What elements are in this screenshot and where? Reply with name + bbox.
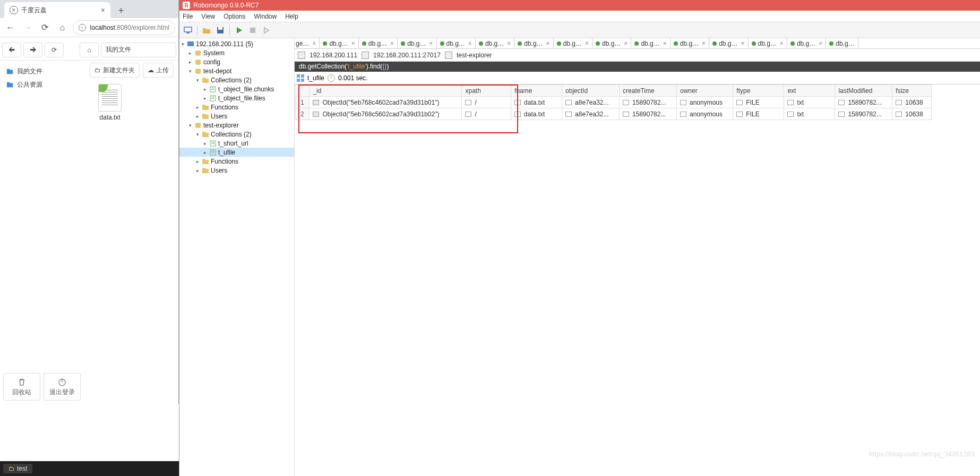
cell-ftype[interactable]: FILE <box>733 97 784 108</box>
close-icon[interactable]: × <box>624 40 627 47</box>
open-button[interactable] <box>200 24 213 37</box>
close-icon[interactable]: × <box>390 40 394 47</box>
tree-db-depot[interactable]: ▾test-depot <box>179 66 294 75</box>
cell-lastmodified[interactable]: 15890782... <box>835 108 892 120</box>
cell-ext[interactable]: txt <box>784 97 835 108</box>
col-ftype[interactable]: ftype <box>733 85 784 97</box>
close-icon[interactable]: × <box>741 40 744 47</box>
query-tab[interactable]: db.g…× <box>670 38 709 49</box>
new-folder-button[interactable]: 🗀 新建文件夹 <box>90 63 140 78</box>
close-icon[interactable]: × <box>780 40 784 47</box>
cell-fname[interactable]: data.txt <box>511 108 562 120</box>
cell-createtime[interactable]: 15890782... <box>620 108 677 120</box>
tree-coll-files[interactable]: ▸t_object_file.files <box>179 94 294 103</box>
tree-collections-2[interactable]: ▾Collections (2) <box>179 130 294 139</box>
stop-button[interactable] <box>246 24 259 37</box>
col-owner[interactable]: owner <box>676 85 733 97</box>
cell-lastmodified[interactable]: 15890782... <box>835 97 892 108</box>
close-icon[interactable]: × <box>702 40 706 47</box>
cell-objectid[interactable]: a8e7ea32... <box>562 108 620 120</box>
table-row[interactable]: 1ObjectId("5eb768c4602cad7a39d31b01")/da… <box>295 97 932 108</box>
query-tab[interactable]: db.g… <box>826 38 858 49</box>
back-button[interactable]: ← <box>3 20 18 35</box>
query-tab[interactable]: db.g…× <box>514 38 553 49</box>
close-icon[interactable]: × <box>819 40 822 47</box>
menu-help[interactable]: Help <box>285 13 298 20</box>
cell-fname[interactable]: data.txt <box>511 97 562 108</box>
cell-ext[interactable]: txt <box>784 108 835 120</box>
tree-db-explorer[interactable]: ▾test-explorer <box>179 121 294 130</box>
close-icon[interactable]: × <box>507 40 511 47</box>
tree-users[interactable]: ▸Users <box>179 112 294 121</box>
cell-createtime[interactable]: 15890782... <box>620 97 677 108</box>
address-bar[interactable]: i localhost:8080/explorer.html <box>73 20 175 35</box>
query-tab[interactable]: db.g…× <box>709 38 748 49</box>
col-fname[interactable]: fname <box>511 85 562 97</box>
table-row[interactable]: 2ObjectId("5eb768c5602cad7a39d31b02")/da… <box>295 108 932 120</box>
query-tab[interactable]: db.g…× <box>359 38 398 49</box>
browser-tab[interactable]: ✕ 千度云盘 × <box>4 2 110 18</box>
close-icon[interactable]: × <box>546 40 550 47</box>
query-tab[interactable]: ge…× <box>295 38 320 49</box>
close-icon[interactable]: × <box>429 40 433 47</box>
close-icon[interactable]: × <box>663 40 667 47</box>
cell-id[interactable]: ObjectId("5eb768c5602cad7a39d31b02") <box>310 108 462 120</box>
col-id[interactable]: _id <box>310 85 462 97</box>
close-icon[interactable]: × <box>312 40 316 47</box>
close-icon[interactable]: × <box>101 6 105 14</box>
query-tab[interactable]: db.g…× <box>320 38 358 49</box>
tree-functions[interactable]: ▸Functions <box>179 103 294 112</box>
close-icon[interactable]: × <box>351 40 355 47</box>
rotate-button[interactable] <box>260 24 273 37</box>
sidebar-item-public[interactable]: 公共资源 <box>2 78 85 91</box>
result-grid[interactable]: _id xpath fname objectId createTime owne… <box>295 84 980 476</box>
tree-coll-chunks[interactable]: ▸t_object_file.chunks <box>179 84 294 94</box>
close-icon[interactable]: × <box>468 40 472 47</box>
menu-file[interactable]: File <box>183 13 193 20</box>
col-objectid[interactable]: objectId <box>562 85 620 97</box>
cell-ftype[interactable]: FILE <box>733 108 784 120</box>
upload-button[interactable]: ☁ 上传 <box>143 63 174 78</box>
forward-button[interactable]: → <box>21 20 35 35</box>
cell-fsize[interactable]: 10638 <box>892 97 932 108</box>
save-button[interactable] <box>214 24 227 37</box>
tree-server[interactable]: ▾192.168.200.111 (5) <box>179 39 294 48</box>
breadcrumb[interactable]: 我的文件 <box>101 42 176 57</box>
connection-tree[interactable]: ▾192.168.200.111 (5) ▸System ▸config ▾te… <box>179 38 295 476</box>
query-tab[interactable]: db.g…× <box>398 38 436 49</box>
menu-view[interactable]: View <box>201 13 215 20</box>
info-icon[interactable]: i <box>79 24 86 31</box>
nav-home-button[interactable]: ⌂ <box>80 42 99 57</box>
cell-xpath[interactable]: / <box>462 97 511 108</box>
cell-owner[interactable]: anonymous <box>676 108 733 120</box>
query-tab[interactable]: db.g…× <box>787 38 826 49</box>
query-tab[interactable]: db.g…× <box>631 38 670 49</box>
tree-functions-2[interactable]: ▸Functions <box>179 157 294 166</box>
logout-button[interactable]: 退出登录 <box>44 373 81 401</box>
menu-window[interactable]: Window <box>254 13 277 20</box>
query-tab[interactable]: db.g…× <box>592 38 631 49</box>
home-button[interactable]: ⌂ <box>55 20 70 35</box>
close-icon[interactable]: × <box>585 40 589 47</box>
tree-coll-tufile[interactable]: ▸t_ufile <box>179 148 294 157</box>
nav-back-button[interactable]: 🡰 <box>2 42 21 57</box>
col-lastmodified[interactable]: lastModified <box>835 85 892 97</box>
query-tab[interactable]: db.g…× <box>554 38 592 49</box>
cell-owner[interactable]: anonymous <box>676 97 733 108</box>
execute-button[interactable] <box>233 24 245 37</box>
col-createtime[interactable]: createTime <box>620 85 677 97</box>
reload-button[interactable]: ⟳ <box>38 20 52 35</box>
cell-id[interactable]: ObjectId("5eb768c4602cad7a39d31b01") <box>310 97 462 108</box>
menu-options[interactable]: Options <box>223 13 245 20</box>
tree-collections[interactable]: ▾Collections (2) <box>179 75 294 84</box>
query-tab[interactable]: db.g…× <box>476 38 514 49</box>
cell-xpath[interactable]: / <box>462 108 511 120</box>
new-tab-button[interactable]: + <box>114 3 128 18</box>
tree-db-system[interactable]: ▸System <box>179 48 294 57</box>
col-fsize[interactable]: fsize <box>892 85 932 97</box>
file-item[interactable]: data.txt <box>94 84 126 121</box>
query-editor[interactable]: db.getCollection('t_ufile').find({}) <box>295 62 980 72</box>
col-ext[interactable]: ext <box>784 85 835 97</box>
taskbar-item[interactable]: 🗀 test <box>3 464 32 473</box>
cell-objectid[interactable]: a8e7ea32... <box>562 97 620 108</box>
